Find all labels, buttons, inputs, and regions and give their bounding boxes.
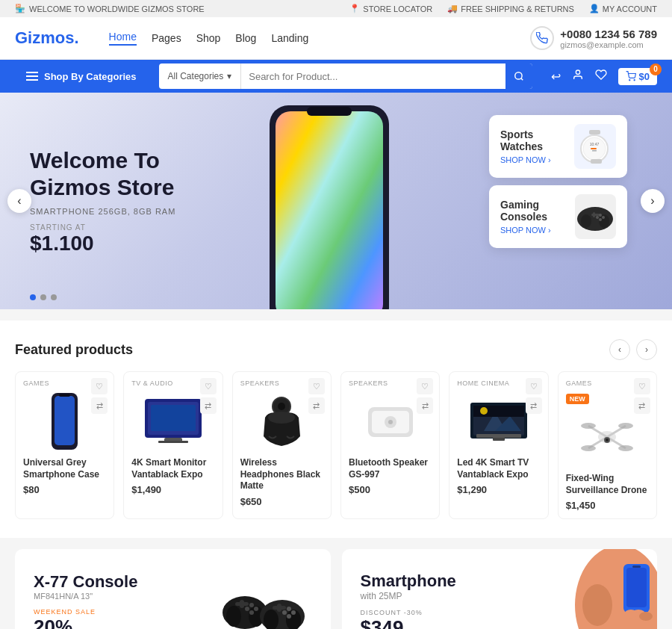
- header-email: gizmos@example.com: [560, 40, 657, 49]
- svg-point-71: [287, 607, 291, 611]
- wishlist-btn-4[interactable]: ♡: [417, 378, 433, 394]
- wishlist-btn-6[interactable]: ♡: [634, 378, 650, 394]
- svg-point-51: [581, 423, 596, 429]
- product-actions-6: ♡ ⇄: [634, 378, 650, 414]
- wishlist-btn-2[interactable]: ♡: [200, 378, 217, 394]
- dot-2[interactable]: [40, 294, 46, 300]
- consoles-card-text: Gaming Consoles SHOP NOW ›: [500, 199, 575, 235]
- svg-point-33: [268, 412, 295, 424]
- product-price-2: $1,490: [131, 484, 214, 495]
- store-icon: 🏪: [15, 4, 25, 13]
- product-name-1: Universal Grey Smartphone Case: [23, 457, 106, 480]
- nav-landing[interactable]: Landing: [271, 32, 308, 44]
- promo-console-left: X-77 Console MF841HN/A 13" WEEKEND SALE …: [34, 572, 137, 629]
- product-name-3: Wireless Headphones Black Matte: [240, 457, 323, 492]
- svg-rect-29: [158, 441, 188, 443]
- compare-btn-4[interactable]: ⇄: [417, 397, 433, 414]
- svg-point-52: [618, 423, 633, 429]
- search-input[interactable]: [241, 71, 505, 82]
- category-dropdown[interactable]: All Categories ▾: [159, 63, 242, 89]
- promo-phone-left: Smartphone with 25MP DISCOUNT -30% $349: [342, 553, 475, 629]
- consoles-shop-now[interactable]: SHOP NOW ›: [500, 226, 575, 235]
- svg-rect-61: [240, 600, 244, 608]
- cart-button[interactable]: $0 0: [618, 68, 657, 85]
- consoles-title: Gaming Consoles: [500, 199, 575, 223]
- search-button[interactable]: [505, 63, 532, 89]
- product-name-4: Bluetooth Speaker GS-997: [349, 457, 432, 480]
- user-icon: 👤: [589, 4, 600, 13]
- product-actions-4: ♡ ⇄: [417, 378, 433, 414]
- phone-block: +0080 1234 56 789 gizmos@example.com: [530, 26, 657, 50]
- wishlist-icon[interactable]: [595, 69, 607, 84]
- product-price-1: $80: [23, 484, 106, 495]
- top-bar-welcome: WELCOME TO WORLDWIDE GIZMOS STORE: [29, 4, 205, 13]
- account-link[interactable]: 👤 MY ACCOUNT: [589, 4, 657, 13]
- svg-point-62: [249, 603, 254, 607]
- dot-3[interactable]: [51, 294, 57, 300]
- header-right: +0080 1234 56 789 gizmos@example.com: [530, 26, 657, 50]
- promo-card-phone: Smartphone with 25MP DISCOUNT -30% $349: [342, 549, 658, 629]
- svg-rect-18: [593, 212, 595, 217]
- hero-card-consoles: Gaming Consoles SHOP NOW ›: [489, 185, 627, 248]
- svg-point-32: [278, 403, 285, 410]
- svg-point-1: [576, 70, 579, 74]
- svg-point-19: [599, 214, 602, 217]
- logo[interactable]: Gizmos.: [15, 28, 79, 48]
- hero-next-button[interactable]: ›: [641, 189, 665, 213]
- promo-phone-price: $349: [361, 616, 456, 629]
- store-locator-link[interactable]: 📍 STORE LOCATOR: [349, 4, 432, 13]
- compare-icon[interactable]: ↩: [551, 69, 561, 84]
- svg-rect-25: [59, 394, 70, 397]
- nav-home[interactable]: Home: [109, 31, 137, 46]
- promo-phone-title: Smartphone: [361, 571, 456, 591]
- product-card-5: HOME CINEMA ♡ ⇄ Led 4K Smart TV V: [449, 371, 548, 519]
- new-badge-6: NEW: [566, 394, 589, 404]
- svg-point-65: [249, 610, 254, 615]
- compare-btn-3[interactable]: ⇄: [308, 397, 325, 414]
- compare-btn-5[interactable]: ⇄: [526, 397, 542, 414]
- categories-button[interactable]: Shop By Categories: [15, 60, 148, 93]
- hero-cards: Sports Watches SHOP NOW › 10:47: [489, 115, 627, 248]
- product-name-5: Led 4K Smart TV Vantablack Expo: [457, 457, 540, 480]
- svg-rect-7: [589, 130, 600, 134]
- navbar: Shop By Categories All Categories ▾ ↩: [0, 60, 672, 93]
- watches-shop-now[interactable]: SHOP NOW ›: [500, 155, 574, 164]
- shipping-link[interactable]: 🚚 FREE SHIPPING & RETURNS: [447, 4, 574, 13]
- nav-pages[interactable]: Pages: [152, 32, 181, 44]
- promo-console-model: MF841HN/A 13": [34, 592, 137, 601]
- compare-btn-2[interactable]: ⇄: [200, 397, 217, 414]
- promo-discount-label: DISCOUNT -30%: [361, 609, 456, 616]
- compare-btn-6[interactable]: ⇄: [634, 397, 650, 414]
- cart-badge: 0: [650, 63, 662, 75]
- svg-point-73: [282, 610, 287, 615]
- promo-phone-subtitle: with 25MP: [361, 591, 456, 601]
- product-card-4: SPEAKERS ♡ ⇄ Bluetooth Speaker GS-997 $5…: [340, 371, 440, 519]
- user-nav-icon[interactable]: [572, 69, 584, 84]
- product-card-3: SPEAKERS ♡ ⇄ Wireless Headphones Black M…: [232, 371, 332, 519]
- wishlist-btn-3[interactable]: ♡: [308, 378, 325, 394]
- hero-prev-button[interactable]: ‹: [7, 189, 31, 213]
- svg-point-63: [254, 607, 258, 611]
- nav-blog[interactable]: Blog: [235, 32, 256, 44]
- arrow-left-icon: ‹: [17, 194, 21, 208]
- svg-point-72: [291, 610, 296, 615]
- top-bar: 🏪 WELCOME TO WORLDWIDE GIZMOS STORE 📍 ST…: [0, 0, 672, 17]
- svg-rect-78: [626, 568, 647, 607]
- svg-point-64: [245, 607, 249, 611]
- svg-point-15: [581, 214, 591, 228]
- svg-rect-6: [307, 107, 352, 116]
- svg-rect-13: [592, 150, 597, 152]
- nav-shop[interactable]: Shop: [196, 32, 221, 44]
- wishlist-btn-1[interactable]: ♡: [91, 378, 108, 394]
- arrow-right-nav-icon: ›: [650, 194, 654, 208]
- product-actions-2: ♡ ⇄: [200, 378, 217, 414]
- svg-rect-12: [591, 148, 597, 149]
- compare-btn-1[interactable]: ⇄: [91, 397, 108, 414]
- product-price-3: $650: [240, 496, 323, 507]
- wishlist-btn-5[interactable]: ♡: [526, 378, 542, 394]
- featured-prev-button[interactable]: ‹: [609, 339, 630, 360]
- featured-next-button[interactable]: ›: [636, 339, 657, 360]
- dot-1[interactable]: [30, 294, 36, 300]
- promo-sale-label: WEEKEND SALE: [34, 608, 137, 616]
- promo-console-price: 20%: [34, 616, 137, 629]
